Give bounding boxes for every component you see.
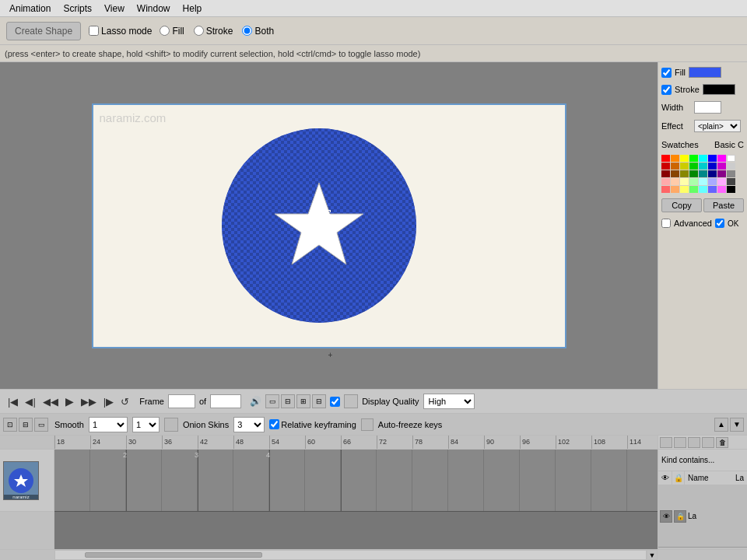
smooth-select[interactable]: 1 (89, 417, 128, 432)
swatch[interactable] (727, 163, 735, 170)
swatch[interactable] (680, 155, 689, 162)
swatch[interactable] (661, 163, 670, 170)
lasso-mode-input[interactable] (89, 26, 99, 36)
swatch[interactable] (717, 178, 726, 185)
tl-right-icon-4[interactable] (702, 437, 714, 448)
frame-input[interactable]: 0 (168, 394, 195, 408)
swatch[interactable] (661, 178, 670, 185)
swatch[interactable] (708, 186, 717, 193)
swatch[interactable] (727, 155, 735, 162)
fill-radio-label[interactable]: Fill (160, 26, 184, 37)
tl-icon-2[interactable]: ⊟ (19, 418, 33, 432)
swatch[interactable] (699, 186, 707, 193)
swatch[interactable] (699, 178, 707, 185)
swatch[interactable] (708, 155, 717, 162)
menu-scripts[interactable]: Scripts (57, 2, 98, 16)
effect-select[interactable]: <plain> (694, 120, 741, 132)
swatch[interactable] (717, 170, 726, 177)
stroke-color-swatch[interactable] (703, 84, 735, 95)
swatch[interactable] (727, 170, 735, 177)
swatch[interactable] (680, 163, 689, 170)
swatch[interactable] (661, 186, 670, 193)
tl-right-icon-2[interactable] (674, 437, 686, 448)
volume-icon[interactable]: 🔊 (250, 396, 261, 407)
swatch[interactable] (717, 186, 726, 193)
swatch[interactable] (689, 178, 698, 185)
menu-view[interactable]: View (98, 2, 131, 16)
swatch[interactable] (689, 155, 698, 162)
view-icon-2[interactable]: ⊟ (281, 394, 295, 408)
advanced-extra-checkbox[interactable] (715, 219, 724, 228)
display-quality-select[interactable]: High Medium Low (423, 394, 475, 409)
tl-icon-1[interactable]: ⊡ (3, 418, 17, 432)
view-icon-4[interactable]: ⊟ (312, 394, 326, 408)
display-checkbox[interactable] (330, 397, 340, 407)
tl-icon-3[interactable]: ▭ (34, 418, 48, 432)
lasso-mode-checkbox[interactable]: Lasso mode (89, 26, 152, 37)
next-frame-button[interactable]: ▶▶ (79, 396, 98, 408)
swatch[interactable] (671, 178, 679, 185)
display-icon[interactable] (344, 394, 358, 408)
smooth-value-select[interactable]: 1 (132, 417, 160, 432)
swatch[interactable] (680, 178, 689, 185)
tl-up-icon[interactable]: ▲ (714, 418, 728, 432)
onion-skins-icon[interactable] (164, 418, 178, 432)
swatch[interactable] (708, 178, 717, 185)
eye-toggle[interactable]: 👁 (660, 510, 672, 523)
swatch[interactable] (727, 186, 735, 193)
swatch[interactable] (708, 170, 717, 177)
vertical-scroll-down[interactable]: ▼ (647, 550, 658, 560)
swatch[interactable] (727, 178, 735, 185)
swatch[interactable] (717, 155, 726, 162)
stroke-checkbox[interactable] (661, 85, 672, 95)
tl-right-icon-5[interactable]: 🗑 (716, 437, 728, 448)
horizontal-scrollbar[interactable] (54, 550, 647, 560)
stroke-radio[interactable] (194, 26, 204, 36)
swatch[interactable] (661, 170, 670, 177)
tl-down-icon[interactable]: ▼ (730, 418, 744, 432)
swatch[interactable] (680, 186, 689, 193)
total-frames-input[interactable]: 240 (210, 394, 241, 408)
fill-radio[interactable] (160, 26, 170, 36)
onion-skins-select[interactable]: 3 (233, 417, 265, 432)
tl-right-icon-3[interactable] (688, 437, 700, 448)
create-shape-button[interactable]: Create Shape (6, 22, 81, 40)
swatch[interactable] (671, 186, 679, 193)
loop-button[interactable]: ↺ (119, 396, 131, 408)
swatch[interactable] (689, 170, 698, 177)
swatch[interactable] (717, 163, 726, 170)
tl-right-icon-1[interactable] (660, 437, 672, 448)
prev-frame-button[interactable]: ◀◀ (41, 396, 60, 408)
lock-toggle[interactable]: 🔒 (674, 510, 686, 523)
keyframe-icon[interactable] (361, 418, 374, 431)
stroke-radio-label[interactable]: Stroke (194, 26, 233, 37)
relative-keyframing-checkbox[interactable]: Relative keyframing (269, 419, 356, 429)
swatch[interactable] (699, 155, 707, 162)
swatch[interactable] (671, 163, 679, 170)
swatch[interactable] (671, 170, 679, 177)
swatch[interactable] (699, 170, 707, 177)
swatch[interactable] (680, 170, 689, 177)
play-button[interactable]: ▶ (64, 395, 75, 408)
advanced-checkbox[interactable] (661, 219, 671, 228)
go-to-start-button[interactable]: |◀ (6, 396, 19, 408)
menu-window[interactable]: Window (131, 2, 177, 16)
swatch[interactable] (699, 163, 707, 170)
step-back-button[interactable]: ◀| (23, 396, 37, 408)
view-icon-1[interactable]: ▭ (265, 394, 279, 408)
both-radio-label[interactable]: Both (242, 26, 274, 37)
swatch[interactable] (661, 155, 670, 162)
both-radio[interactable] (242, 26, 252, 36)
view-icon-3[interactable]: ⊞ (296, 394, 310, 408)
swatch[interactable] (708, 163, 717, 170)
menu-help[interactable]: Help (177, 2, 209, 16)
swatch[interactable] (689, 163, 698, 170)
swatch[interactable] (689, 186, 698, 193)
fill-checkbox[interactable] (661, 68, 672, 78)
copy-button[interactable]: Copy (661, 198, 702, 212)
swatch[interactable] (671, 155, 679, 162)
scrollbar-thumb[interactable] (85, 552, 262, 558)
width-input[interactable]: 8 (694, 101, 721, 114)
step-forward-button[interactable]: |▶ (102, 396, 115, 408)
fill-color-swatch[interactable] (689, 67, 721, 78)
